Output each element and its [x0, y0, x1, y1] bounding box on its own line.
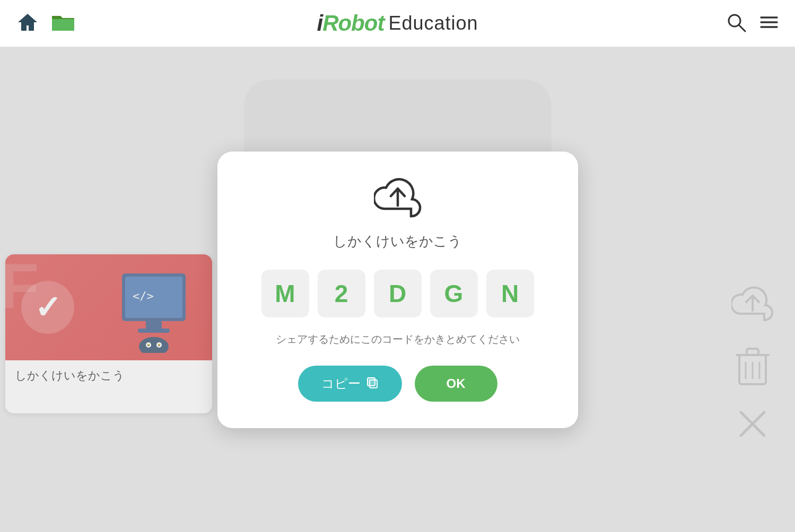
main-content: F ✓ </>	[0, 48, 795, 532]
code-char-1: M	[261, 270, 309, 317]
code-char-5: N	[486, 270, 534, 317]
code-char-2: 2	[318, 270, 365, 317]
header-left	[16, 11, 76, 36]
education-label: Education	[388, 12, 478, 34]
header-right	[726, 12, 779, 34]
code-char-3: D	[374, 270, 422, 317]
search-icon[interactable]	[726, 12, 746, 34]
svg-line-1	[739, 25, 745, 31]
irobot-logo: iRobot	[317, 11, 384, 36]
header: iRobot Education	[0, 0, 795, 48]
ok-button-label: OK	[447, 376, 466, 391]
modal-hint: シェアするためにこのコードをかきとめてください	[276, 332, 520, 347]
header-center: iRobot Education	[317, 11, 478, 36]
code-boxes: M 2 D G N	[261, 270, 534, 317]
share-modal: しかくけいをかこう M 2 D G N シェアするためにこのコードをかきとめてく…	[217, 152, 578, 428]
modal-title: しかくけいをかこう	[333, 232, 462, 251]
modal-buttons: コピー OK	[298, 366, 497, 402]
folder-icon[interactable]	[50, 11, 76, 36]
menu-icon[interactable]	[759, 12, 779, 34]
modal-cloud-upload-icon	[374, 178, 422, 221]
copy-icon	[366, 376, 379, 392]
svg-rect-26	[368, 378, 375, 386]
copy-button[interactable]: コピー	[298, 366, 402, 402]
modal-overlay: しかくけいをかこう M 2 D G N シェアするためにこのコードをかきとめてく…	[0, 48, 795, 532]
code-char-4: G	[430, 270, 478, 317]
home-icon[interactable]	[16, 11, 39, 36]
copy-button-label: コピー	[321, 375, 361, 392]
ok-button[interactable]: OK	[415, 366, 497, 402]
